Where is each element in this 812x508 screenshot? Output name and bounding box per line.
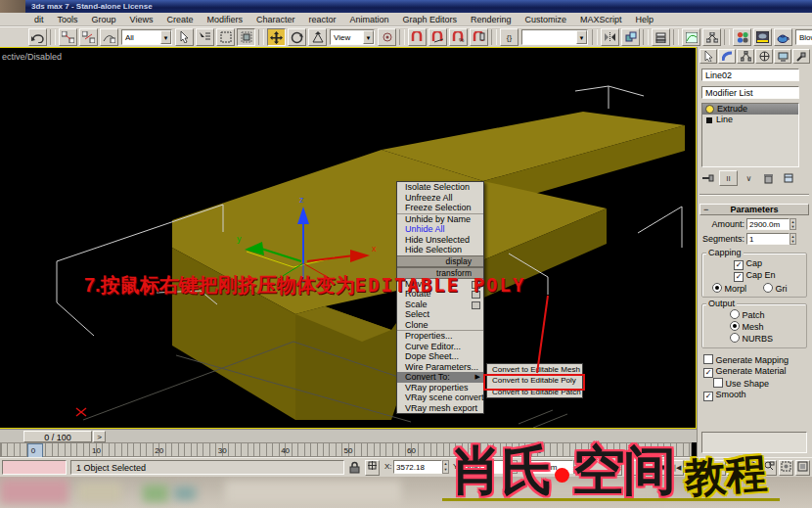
reference-coordsys-dropdown[interactable]: View▼ [330, 29, 375, 45]
menu-animation[interactable]: Animation [342, 15, 395, 24]
dropdown-arrow-icon[interactable]: ▼ [576, 30, 587, 44]
amount-field[interactable]: 2900.0m [746, 218, 789, 230]
quad-item-freeze-selection[interactable]: Freeze Selection [397, 203, 483, 213]
quad-item-unhide-by-name[interactable]: Unhide by Name [397, 213, 483, 225]
menu-group[interactable]: Group [85, 15, 123, 24]
dropdown-arrow-icon[interactable]: ▼ [160, 30, 171, 44]
amount-spinner[interactable]: ▲▼ [789, 218, 796, 230]
dropdown-arrow-icon[interactable]: ▼ [363, 30, 374, 44]
menu-maxscript[interactable]: MAXScript [573, 15, 629, 24]
undo-icon[interactable] [28, 28, 47, 46]
select-by-name-icon[interactable] [196, 28, 214, 46]
quad-item-unfreeze-all[interactable]: Unfreeze All [397, 193, 483, 204]
object-name-field[interactable]: Line02 [701, 69, 799, 81]
segments-field[interactable]: 1 [746, 233, 789, 245]
quad-item-curve-editor-[interactable]: Curve Editor... [397, 342, 483, 352]
motion-tab[interactable] [755, 49, 773, 64]
menu-character[interactable]: Character [249, 15, 302, 24]
menu-help[interactable]: Help [629, 15, 661, 24]
perspective-viewport[interactable]: z y x ective/Disabled [0, 47, 697, 429]
quad-item-isolate-selection[interactable]: Isolate Selection [397, 182, 483, 193]
nurbs-radio[interactable] [730, 333, 740, 343]
quad-item-vray-mesh-export[interactable]: VRay mesh export [397, 403, 483, 414]
unlink-icon[interactable] [79, 28, 98, 46]
menu-dit[interactable]: dit [27, 15, 51, 24]
configure-modifier-sets-icon[interactable] [780, 171, 796, 185]
spinner-snap-icon[interactable] [470, 28, 488, 46]
maximize-viewport-icon[interactable] [795, 460, 810, 476]
time-slider-button[interactable]: 0 / 100 [23, 431, 92, 442]
show-end-result-icon[interactable]: II [719, 170, 738, 186]
quad-item-clone[interactable]: Clone [397, 320, 483, 331]
menu-modifiers[interactable]: Modifiers [200, 15, 249, 24]
x-coord-field[interactable]: 3572.18 [393, 460, 442, 474]
percent-snap-icon[interactable]: % [449, 28, 468, 46]
mirror-icon[interactable] [601, 28, 619, 46]
quad-item-vray-scene-converter[interactable]: VRay scene converter [397, 393, 483, 403]
smooth-checkbox[interactable]: ✓ [703, 392, 713, 401]
menu-create[interactable]: Create [159, 15, 200, 24]
selection-lock-icon[interactable] [349, 461, 360, 474]
absolute-mode-button[interactable] [365, 460, 380, 476]
quad-item-unhide-all[interactable]: Unhide All [397, 224, 483, 235]
named-selection-sets-icon[interactable]: {} [500, 28, 519, 46]
material-editor-icon[interactable] [733, 28, 751, 46]
patch-radio[interactable] [730, 309, 740, 319]
x-spinner[interactable]: ▲▼ [442, 460, 449, 474]
snap-toggle-3d-icon[interactable] [408, 28, 427, 46]
quad-item-wire-parameters-[interactable]: Wire Parameters... [397, 362, 483, 373]
angle-snap-icon[interactable] [429, 28, 447, 46]
rect-selection-region-icon[interactable] [216, 28, 235, 46]
quad-item-hide-unselected[interactable]: Hide Unselected [397, 235, 483, 246]
zoom-extents-icon[interactable] [779, 460, 793, 476]
select-move-icon[interactable] [267, 28, 286, 46]
settings-box-icon[interactable] [472, 301, 480, 309]
schematic-view-icon[interactable] [702, 28, 721, 46]
utilities-tab[interactable] [792, 49, 810, 64]
modify-tab[interactable] [718, 49, 736, 64]
menu-reactor[interactable]: reactor [301, 15, 342, 24]
render-scene-icon[interactable] [753, 28, 772, 46]
expand-icon[interactable] [706, 117, 712, 123]
remove-modifier-icon[interactable] [760, 171, 777, 185]
quad-item-scale[interactable]: Scale [397, 300, 483, 310]
parameters-rollout-header[interactable]: −Parameters [699, 204, 809, 215]
display-tab[interactable] [774, 49, 791, 64]
generate-material-checkbox[interactable]: ✓ [703, 368, 713, 378]
maxscript-mini-listener[interactable] [2, 460, 67, 475]
mesh-radio[interactable] [730, 321, 740, 331]
modifier-stack[interactable]: Extrude Line [701, 103, 799, 167]
menu-customize[interactable]: Customize [519, 15, 574, 24]
use-shape-checkbox[interactable] [713, 378, 723, 388]
align-icon[interactable] [621, 28, 640, 46]
menu-views[interactable]: Views [123, 15, 160, 24]
hierarchy-tab[interactable] [737, 49, 754, 64]
bind-spacewarp-icon[interactable] [100, 28, 118, 46]
menu-graph-editors[interactable]: Graph Editors [396, 15, 465, 24]
select-link-icon[interactable] [59, 28, 77, 46]
cap-checkbox[interactable]: ✓ [734, 260, 744, 270]
cap-end-checkbox[interactable]: ✓ [734, 272, 744, 282]
quad-item-vray-properties[interactable]: VRay properties [397, 383, 483, 393]
quad-item-dope-sheet-[interactable]: Dope Sheet... [397, 351, 483, 362]
make-unique-icon[interactable]: ∨ [741, 171, 757, 185]
render-type-dropdown[interactable]: Blowup▼ [795, 29, 812, 45]
named-selection-dropdown[interactable]: ▼ [521, 29, 588, 45]
modifier-list-dropdown[interactable]: Modifier List [701, 86, 799, 99]
curve-editor-icon[interactable] [682, 28, 700, 46]
selection-filter-dropdown[interactable]: All▼ [121, 29, 172, 45]
grid-radio[interactable] [763, 283, 773, 293]
lightbulb-icon[interactable] [705, 105, 714, 114]
quad-item-select[interactable]: Select [397, 309, 483, 320]
create-tab[interactable] [699, 49, 717, 64]
quad-item-convert-to-[interactable]: Convert To:▶ [397, 372, 483, 383]
layer-manager-icon[interactable] [652, 28, 670, 46]
viewport-label[interactable]: ective/Disabled [2, 52, 62, 62]
morph-radio[interactable] [712, 283, 722, 293]
window-crossing-icon[interactable] [237, 28, 255, 46]
select-rotate-icon[interactable] [288, 28, 306, 46]
quad-item-properties-[interactable]: Properties... [397, 330, 483, 342]
next-frame-button[interactable]: > [93, 431, 106, 442]
pin-stack-icon[interactable] [699, 171, 716, 185]
select-scale-icon[interactable] [308, 28, 327, 46]
